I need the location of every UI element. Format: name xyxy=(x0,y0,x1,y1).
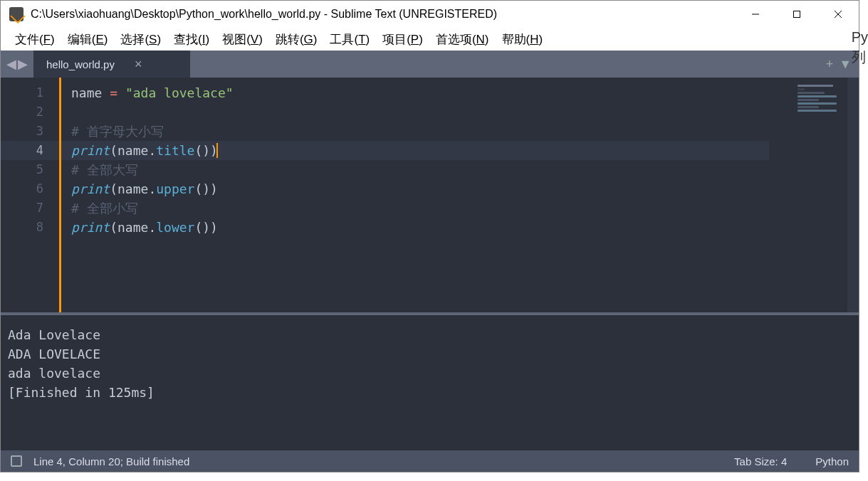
menu-help[interactable]: 帮助(H) xyxy=(496,30,549,49)
code-line: name = "ada lovelace" xyxy=(61,83,769,102)
cursor xyxy=(216,143,218,158)
status-language[interactable]: Python xyxy=(815,455,849,467)
line-number[interactable]: 7 xyxy=(1,199,59,218)
workspace: ◀ ▶ hello_world.py × + ▼ 1 2 3 4 5 6 7 8 xyxy=(1,51,859,472)
panel-switcher-icon[interactable] xyxy=(11,455,22,467)
editor: 1 2 3 4 5 6 7 8 name = "ada lovelace" # … xyxy=(1,78,859,312)
menu-file[interactable]: 文件(F) xyxy=(9,30,61,49)
maximize-button[interactable] xyxy=(776,1,817,28)
nav-forward-icon[interactable]: ▶ xyxy=(18,56,28,72)
minimize-button[interactable] xyxy=(735,1,776,28)
app-icon xyxy=(9,7,23,21)
status-tabsize[interactable]: Tab Size: 4 xyxy=(734,455,787,467)
new-tab-icon[interactable]: + xyxy=(826,57,834,72)
app-window: C:\Users\xiaohuang\Desktop\Python_work\h… xyxy=(0,0,859,472)
output-line: [Finished in 125ms] xyxy=(8,383,852,402)
code-area[interactable]: name = "ada lovelace" # 首字母大小写 print(nam… xyxy=(59,78,769,312)
nav-back-icon[interactable]: ◀ xyxy=(6,56,16,72)
menu-select[interactable]: 选择(S) xyxy=(115,30,167,49)
menu-prefs[interactable]: 首选项(N) xyxy=(430,30,495,49)
vertical-scrollbar[interactable] xyxy=(847,78,859,312)
code-line: # 首字母大小写 xyxy=(61,122,769,141)
tab-dropdown-icon[interactable]: ▼ xyxy=(839,57,852,72)
menu-edit[interactable]: 编辑(E) xyxy=(62,30,114,49)
output-line: ada lovelace xyxy=(8,364,852,383)
tab-close-icon[interactable]: × xyxy=(135,57,142,72)
minimap[interactable] xyxy=(769,78,847,312)
menu-tools[interactable]: 工具(T) xyxy=(324,30,375,49)
output-line: ADA LOVELACE xyxy=(8,344,852,364)
menu-view[interactable]: 视图(V) xyxy=(216,30,268,49)
menubar: 文件(F) 编辑(E) 选择(S) 查找(I) 视图(V) 跳转(G) 工具(T… xyxy=(1,28,859,51)
output-line: Ada Lovelace xyxy=(8,325,852,344)
close-button[interactable] xyxy=(817,1,859,28)
tab-nav: ◀ ▶ xyxy=(1,51,33,78)
code-line: print(name.upper()) xyxy=(61,179,769,199)
menu-project[interactable]: 项目(P) xyxy=(377,30,429,49)
line-number[interactable]: 4 xyxy=(1,141,59,160)
tab-title: hello_world.py xyxy=(46,58,115,70)
file-tab[interactable]: hello_world.py × xyxy=(33,51,190,78)
code-line: print(name.lower()) xyxy=(61,218,769,237)
code-line: # 全部大写 xyxy=(61,160,769,179)
tab-actions: + ▼ xyxy=(819,51,859,78)
tab-bar: ◀ ▶ hello_world.py × + ▼ xyxy=(1,51,859,78)
code-line: # 全部小写 xyxy=(61,199,769,218)
minimap-preview xyxy=(798,85,840,113)
line-number[interactable]: 6 xyxy=(1,179,59,199)
line-number[interactable]: 1 xyxy=(1,83,59,102)
menu-goto[interactable]: 跳转(G) xyxy=(270,30,323,49)
window-controls xyxy=(735,1,859,28)
titlebar[interactable]: C:\Users\xiaohuang\Desktop\Python_work\h… xyxy=(1,1,859,28)
line-gutter: 1 2 3 4 5 6 7 8 xyxy=(1,78,59,312)
line-number[interactable]: 8 xyxy=(1,218,59,237)
line-number[interactable]: 5 xyxy=(1,160,59,179)
code-line xyxy=(61,102,769,122)
build-output[interactable]: Ada Lovelace ADA LOVELACE ada lovelace [… xyxy=(1,312,859,450)
menu-find[interactable]: 查找(I) xyxy=(168,30,215,49)
statusbar: Line 4, Column 20; Build finished Tab Si… xyxy=(1,450,859,472)
window-title: C:\Users\xiaohuang\Desktop\Python_work\h… xyxy=(31,8,735,21)
status-position[interactable]: Line 4, Column 20; Build finished xyxy=(33,455,706,467)
line-number[interactable]: 3 xyxy=(1,122,59,141)
line-number[interactable]: 2 xyxy=(1,102,59,122)
svg-rect-1 xyxy=(794,11,800,18)
code-line: print(name.title()) xyxy=(61,141,769,160)
